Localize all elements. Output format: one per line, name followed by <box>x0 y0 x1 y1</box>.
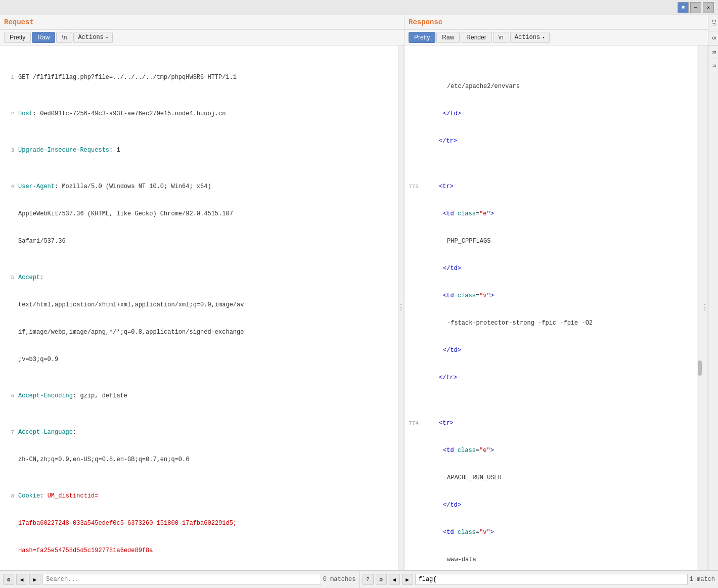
response-n-btn[interactable]: \n <box>493 32 509 43</box>
response-raw-btn[interactable]: Raw <box>436 32 460 43</box>
response-line-773: 773 <tr> <box>409 182 693 191</box>
response-header: Response <box>405 15 708 30</box>
request-line-8b: 17afba60227248-033a545edef0c5-6373260-15… <box>4 519 394 528</box>
response-line-td-close-4: </td> <box>409 501 693 510</box>
drag-dots-icon: ⋮ <box>397 304 404 312</box>
response-line-td-e-1: <td class="e"> <box>409 209 693 218</box>
response-toolbar: Pretty Raw Render \n Actions ▾ <box>405 30 708 46</box>
response-line-fstack: -fstack-protector-strong -fpic -fpie -O2 <box>409 319 693 328</box>
request-line-6: 6 Accept-Encoding: gzip, deflate <box>4 391 394 400</box>
response-line-www-data: www-data <box>409 555 693 564</box>
request-line-5c: if,image/webp,image/apng,*/*;q=0.8,appli… <box>4 328 394 337</box>
restore-button[interactable]: ■ <box>678 2 689 13</box>
top-bar: ■ — ✕ <box>0 0 718 15</box>
b-label[interactable]: B <box>708 32 718 44</box>
main-content: Request Pretty Raw \n Actions ▾ 1 GET /f… <box>0 15 718 570</box>
response-line-php-cppflags: PHP_CPPFLAGS <box>409 237 693 246</box>
request-n-btn[interactable]: \n <box>56 32 72 43</box>
request-settings-btn[interactable]: ⚙ <box>3 574 14 585</box>
response-code-content: /etc/apache2/envvars </td> </tr> 773 <tr… <box>405 46 697 570</box>
request-toolbar: Pretty Raw \n Actions ▾ <box>0 30 404 46</box>
request-actions-btn[interactable]: Actions ▾ <box>73 32 113 43</box>
request-line-4b: AppleWebKit/537.36 (KHTML, like Gecko) C… <box>4 209 394 218</box>
request-drag-handle[interactable]: ⋮ <box>398 46 404 570</box>
response-line-td-e-2: <td class="e"> <box>409 446 693 455</box>
response-line-td-close-1: </td> <box>409 109 693 118</box>
request-line-5d: ;v=b3;q=0.9 <box>4 355 394 364</box>
inspector-label[interactable]: In <box>708 15 718 30</box>
request-line-5b: text/html,application/xhtml+xml,applicat… <box>4 300 394 309</box>
request-line-8c: Hash=fa25e54758d5d5c1927781a6ede89f8a <box>4 546 394 555</box>
request-line-7b: zh-CN,zh;q=0.9,en-US;q=0.8,en-GB;q=0.7,e… <box>4 455 394 464</box>
response-scrollbar-thumb[interactable] <box>698 360 702 376</box>
request-line-4c: Safari/537.36 <box>4 237 394 246</box>
response-line-tr-close-2: </tr> <box>409 373 693 382</box>
response-nav-prev-btn[interactable]: ◀ <box>389 574 400 585</box>
bottom-bar: ⚙ ◀ ▶ 0 matches ? ⚙ ◀ ▶ 1 match <box>0 570 718 588</box>
request-raw-btn[interactable]: Raw <box>32 32 55 43</box>
request-line-4a: 4 User-Agent: Mozilla/5.0 (Windows NT 10… <box>4 182 394 191</box>
response-panel: Response Pretty Raw Render \n Actions ▾ … <box>405 15 708 570</box>
request-line-2: 2 Host: 0ed091fc-7256-49c3-a93f-ae76ec27… <box>4 109 394 118</box>
request-line-5a: 5 Accept: <box>4 273 394 282</box>
r-label-1[interactable]: R <box>708 47 718 58</box>
request-nav-next-btn[interactable]: ▶ <box>29 574 40 585</box>
response-line-td-close-2: </td> <box>409 264 693 273</box>
request-title: Request <box>4 18 34 26</box>
request-line-8a: 8 Cookie: UM_distinctid= <box>4 491 394 501</box>
minimize-button[interactable]: — <box>690 2 701 13</box>
response-help-btn[interactable]: ? <box>363 574 374 585</box>
response-actions-btn[interactable]: Actions ▾ <box>510 32 550 43</box>
r-label-2[interactable]: R <box>708 60 718 72</box>
response-line-td-v-2: <td class="v"> <box>409 528 693 537</box>
response-settings-btn[interactable]: ⚙ <box>376 574 387 585</box>
request-header: Request <box>0 15 404 30</box>
request-panel: Request Pretty Raw \n Actions ▾ 1 GET /f… <box>0 15 405 570</box>
response-title: Response <box>409 18 442 26</box>
request-code-content: 1 GET /flflflfllag.php?file=../../../../… <box>0 46 398 570</box>
response-line-apache-run-user: APACHE_RUN_USER <box>409 473 693 482</box>
request-actions-chevron: ▾ <box>106 35 108 40</box>
response-scrollbar[interactable] <box>697 46 702 570</box>
response-pretty-btn[interactable]: Pretty <box>409 32 435 43</box>
request-code-area[interactable]: 1 GET /flflflfllag.php?file=../../../../… <box>0 46 404 570</box>
response-line-envvars: /etc/apache2/envvars <box>409 82 693 91</box>
request-nav-prev-btn[interactable]: ◀ <box>16 574 27 585</box>
close-button[interactable]: ✕ <box>703 2 714 13</box>
response-drag-handle[interactable]: ⋮ <box>702 46 708 570</box>
request-pretty-btn[interactable]: Pretty <box>4 32 31 43</box>
response-line-td-close-3: </td> <box>409 346 693 355</box>
response-search-input[interactable] <box>415 574 688 585</box>
response-code-area[interactable]: /etc/apache2/envvars </td> </tr> 773 <tr… <box>405 46 708 570</box>
response-drag-dots-icon: ⋮ <box>701 304 708 312</box>
request-line-3: 3 Upgrade-Insecure-Requests: 1 <box>4 146 394 155</box>
response-line-774: 774 <tr> <box>409 419 693 428</box>
request-match-count: 0 matches <box>323 576 356 583</box>
response-render-btn[interactable]: Render <box>461 32 491 43</box>
request-line-1: 1 GET /flflflfllag.php?file=../../../../… <box>4 73 394 82</box>
response-nav-next-btn[interactable]: ▶ <box>402 574 413 585</box>
request-search-input[interactable] <box>42 574 321 585</box>
request-search-section: ⚙ ◀ ▶ 0 matches <box>0 571 359 588</box>
response-actions-chevron: ▾ <box>542 35 545 40</box>
request-line-7a: 7 Accept-Language: <box>4 428 394 437</box>
response-line-td-v-1: <td class="v"> <box>409 291 693 300</box>
right-edge-panel: In B R R <box>708 15 718 570</box>
response-match-count: 1 match <box>690 576 715 583</box>
response-line-tr-close-1: </tr> <box>409 137 693 146</box>
response-search-section: ? ⚙ ◀ ▶ 1 match <box>360 571 719 588</box>
